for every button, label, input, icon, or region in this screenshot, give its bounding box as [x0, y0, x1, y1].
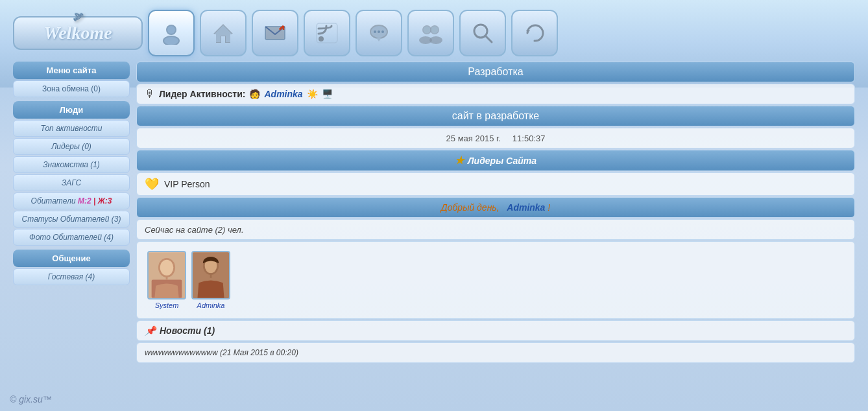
mic-icon: 🎙 — [145, 88, 155, 100]
user-name-system: System — [155, 301, 179, 309]
nav-mail-button[interactable] — [252, 10, 298, 56]
svg-point-15 — [374, 30, 376, 33]
site-status-row: сайт в разработке — [136, 106, 855, 126]
user-card-adminka[interactable]: Adminka — [191, 251, 230, 309]
watermark: © gix.su™ — [10, 394, 52, 405]
svg-marker-18 — [376, 38, 381, 41]
profile-icon — [160, 21, 183, 45]
svg-point-32 — [160, 260, 174, 276]
logo-button[interactable]: 🕊 Welkome — [13, 16, 143, 50]
main-layout: Меню сайта Зона обмена (0) Люди Топ акти… — [0, 62, 868, 363]
leader-name[interactable]: Adminka — [264, 89, 302, 99]
sidebar-resident-statuses[interactable]: Статусы Обитателей (3) — [13, 211, 130, 228]
online-text: Сейчас на сайте (2) чел. — [145, 225, 244, 235]
sidebar-people-header: Люди — [13, 101, 130, 119]
sidebar-top-activity[interactable]: Топ активности — [13, 120, 130, 137]
user-avatar-system — [147, 251, 186, 299]
vip-label: VIP Person — [164, 179, 210, 189]
nav-chat-button[interactable] — [356, 10, 402, 56]
sidebar-leaders[interactable]: Лидеры (0) — [13, 138, 130, 155]
nav-friends-button[interactable] — [407, 10, 454, 56]
rss-icon — [316, 22, 338, 44]
svg-point-17 — [381, 30, 384, 33]
greeting-name: Adminka — [507, 202, 545, 213]
svg-point-27 — [476, 27, 485, 36]
chat-icon — [367, 22, 391, 44]
sidebar-resident-photos[interactable]: Фото Обитателей (4) — [13, 229, 130, 246]
nav-refresh-button[interactable] — [511, 10, 558, 56]
heart-icon: 💛 — [145, 177, 159, 191]
leader-row: 🎙 Лидер Активности: 🧑 Adminka ☀️ 🖥️ — [136, 84, 855, 104]
top-navigation: 🕊 Welkome — [0, 0, 868, 62]
news-row-content: 📌 Новости (1) — [145, 325, 215, 336]
news-label: Новости (1) — [160, 325, 215, 336]
vip-content: 💛 VIP Person — [145, 177, 210, 191]
leader-info: 🎙 Лидер Активности: 🧑 Adminka ☀️ 🖥️ — [145, 88, 333, 100]
svg-point-16 — [378, 30, 380, 33]
sidebar-guestbook[interactable]: Гостевая (4) — [13, 268, 130, 285]
datetime-text: 25 мая 2015 г. 11:50:37 — [145, 134, 847, 143]
adminka-avatar-image — [193, 251, 229, 299]
sidebar-communication-header: Общение — [13, 250, 130, 267]
greeting-suffix: ! — [548, 202, 550, 213]
svg-line-26 — [485, 36, 492, 42]
time-text: 11:50:37 — [512, 134, 546, 143]
datetime-row: 25 мая 2015 г. 11:50:37 — [136, 128, 855, 148]
users-row: System Adminka — [136, 241, 855, 319]
sidebar-exchange[interactable]: Зона обмена (0) — [13, 80, 130, 97]
search-icon — [472, 22, 494, 44]
site-status-text: сайт в разработке — [452, 110, 539, 122]
logo-text: Welkome — [43, 23, 112, 43]
content-header-text: Разработка — [468, 66, 523, 78]
leaders-site-text: Лидеры Сайта — [468, 156, 536, 166]
svg-point-22 — [429, 36, 442, 44]
user-card-system[interactable]: System — [147, 251, 186, 309]
leader-label: Лидер Активности: — [159, 89, 245, 99]
greeting-text: Добрый день, — [441, 202, 500, 213]
greeting-row: Добрый день, Adminka ! — [136, 197, 855, 218]
online-row: Сейчас на сайте (2) чел. — [136, 219, 855, 240]
system-avatar-image — [149, 251, 185, 299]
greeting-content: Добрый день, Adminka ! — [145, 202, 847, 213]
svg-point-2 — [167, 26, 175, 34]
nav-rss-button[interactable] — [304, 10, 350, 56]
residents-label: Обитатели — [31, 196, 76, 206]
nav-home-button[interactable] — [200, 10, 247, 56]
star-icon: ★ — [455, 154, 464, 167]
sidebar: Меню сайта Зона обмена (0) Люди Топ акти… — [13, 62, 130, 363]
residents-f-badge: | Ж:3 — [93, 196, 112, 206]
watermark-text: © gix.su™ — [10, 394, 52, 405]
content-header: Разработка — [136, 62, 855, 82]
pushpin-icon: 📌 — [145, 325, 156, 336]
news-item-text: wwwwwwwwwwwww (21 Мая 2015 в 00:20) — [145, 348, 298, 357]
leaders-site-content: ★ Лидеры Сайта — [455, 154, 536, 167]
refresh-icon — [524, 22, 546, 44]
residents-m-badge: М:2 — [78, 196, 91, 206]
mail-icon — [264, 24, 286, 42]
sidebar-menu-header: Меню сайта — [13, 62, 130, 79]
svg-point-3 — [164, 37, 178, 45]
nav-profile-button[interactable] — [148, 10, 195, 56]
home-icon — [212, 22, 234, 44]
news-item-row: wwwwwwwwwwwww (21 Мая 2015 в 00:20) — [136, 342, 855, 363]
sidebar-zags[interactable]: ЗАГС — [13, 174, 130, 191]
leader-computer-icon: 🖥️ — [322, 89, 333, 99]
vip-row: 💛 VIP Person — [136, 172, 855, 196]
nav-search-button[interactable] — [459, 10, 506, 56]
svg-marker-5 — [214, 25, 232, 42]
leader-sun-icon: ☀️ — [307, 89, 318, 99]
friends-icon — [419, 22, 442, 44]
date-text: 25 мая 2015 г. — [446, 134, 501, 143]
svg-point-24 — [431, 27, 439, 34]
leader-avatar-icon: 🧑 — [249, 89, 260, 99]
user-avatar-adminka — [191, 251, 230, 299]
svg-point-23 — [424, 27, 431, 34]
leaders-site-row: ★ Лидеры Сайта — [136, 150, 855, 171]
content-area: Разработка 🎙 Лидер Активности: 🧑 Adminka… — [136, 62, 855, 363]
users-list: System Adminka — [142, 246, 235, 314]
svg-point-11 — [319, 36, 324, 41]
user-name-adminka: Adminka — [197, 301, 225, 309]
sidebar-dating[interactable]: Знакомства (1) — [13, 156, 130, 173]
sidebar-residents[interactable]: Обитатели М:2 | Ж:3 — [13, 193, 130, 209]
news-header-row: 📌 Новости (1) — [136, 320, 855, 341]
